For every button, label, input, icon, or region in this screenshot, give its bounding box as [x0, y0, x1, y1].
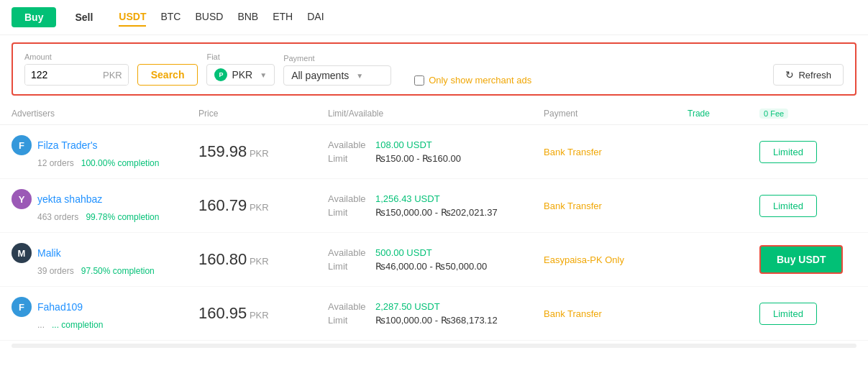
fiat-icon: P — [214, 68, 227, 81]
payment-cell: Bank Transfer — [544, 147, 687, 157]
scrollbar[interactable] — [12, 344, 856, 348]
trader-info: M Malik 39 orders 97.50% completion — [12, 243, 198, 276]
col-fee: 0 Fee — [759, 109, 831, 119]
table-row: M Malik 39 orders 97.50% completion 160.… — [0, 233, 868, 287]
avatar: F — [12, 297, 32, 317]
refresh-label: Refresh — [798, 70, 831, 81]
trade-action[interactable]: Limited — [759, 141, 860, 163]
payment-select[interactable]: All payments ▼ — [283, 65, 391, 86]
trader-top: Y yekta shahbaz — [12, 189, 198, 209]
sell-tab[interactable]: Sell — [62, 7, 106, 27]
fiat-chevron-icon: ▼ — [260, 71, 267, 79]
col-payment: Payment — [544, 109, 687, 119]
col-price: Price — [198, 109, 328, 119]
table-header: Advertisers Price Limit/Available Paymen… — [0, 103, 868, 125]
payment-cell: Bank Transfer — [544, 201, 687, 211]
price-cell: 159.98 PKR — [198, 142, 328, 161]
avatar: M — [12, 243, 32, 263]
payment-chevron-icon: ▼ — [356, 72, 363, 80]
trader-meta: 39 orders 97.50% completion — [37, 266, 198, 276]
trade-action[interactable]: Limited — [759, 195, 860, 217]
merchant-checkbox[interactable] — [414, 75, 424, 86]
trader-name[interactable]: Fahad109 — [37, 301, 83, 313]
col-trade: Trade — [687, 109, 759, 119]
payment-value: All payments — [291, 70, 349, 81]
trader-table: F Filza Trader's 12 orders 100.00% compl… — [0, 125, 868, 341]
payment-group: Payment All payments ▼ — [283, 54, 391, 86]
table-row: F Fahad109 ... ... completion 160.95 PKR… — [0, 287, 868, 341]
refresh-icon: ↻ — [785, 69, 794, 81]
limit-cell: Available 108.00 USDT Limit ₨150.00 - ₨1… — [328, 139, 544, 164]
buy-tab[interactable]: Buy — [12, 7, 56, 27]
col-limit: Limit/Available — [328, 109, 544, 119]
trade-action[interactable]: Limited — [759, 303, 860, 325]
trader-name[interactable]: yekta shahbaz — [37, 193, 102, 205]
trade-action[interactable]: Buy USDT — [759, 245, 860, 274]
price-cell: 160.80 PKR — [198, 250, 328, 269]
trader-meta: 12 orders 100.00% completion — [37, 158, 198, 168]
tab-usdt[interactable]: USDT — [119, 8, 146, 27]
payment-label: Payment — [283, 54, 391, 63]
trader-info: Y yekta shahbaz 463 orders 99.78% comple… — [12, 189, 198, 222]
price-cell: 160.79 PKR — [198, 196, 328, 215]
amount-group: Amount PKR — [24, 52, 129, 86]
payment-cell: Bank Transfer — [544, 308, 687, 319]
amount-currency-label: PKR — [97, 65, 128, 85]
trader-name[interactable]: Malik — [37, 247, 61, 259]
trader-name[interactable]: Filza Trader's — [37, 139, 98, 151]
col-advertisers: Advertisers — [12, 109, 198, 119]
currency-tabs: USDT BTC BUSD BNB ETH DAI — [119, 8, 324, 27]
tab-dai[interactable]: DAI — [307, 8, 324, 27]
top-bar: Buy Sell USDT BTC BUSD BNB ETH DAI — [0, 0, 868, 35]
merchant-filter: Only show merchant ads — [414, 75, 531, 86]
trader-top: M Malik — [12, 243, 198, 263]
tab-eth[interactable]: ETH — [273, 8, 293, 27]
trader-top: F Fahad109 — [12, 297, 198, 317]
trader-info: F Filza Trader's 12 orders 100.00% compl… — [12, 135, 198, 168]
table-row: Y yekta shahbaz 463 orders 99.78% comple… — [0, 179, 868, 233]
filter-bar: Amount PKR Search Fiat P PKR ▼ Payment A… — [12, 42, 856, 96]
trader-meta: ... ... completion — [37, 320, 198, 330]
merchant-label: Only show merchant ads — [429, 75, 531, 86]
trade-button[interactable]: Limited — [759, 195, 817, 217]
limit-cell: Available 1,256.43 USDT Limit ₨150,000.0… — [328, 193, 544, 218]
fiat-select[interactable]: P PKR ▼ — [206, 64, 275, 86]
limit-cell: Available 2,287.50 USDT Limit ₨100,000.0… — [328, 301, 544, 326]
fiat-label: Fiat — [206, 52, 275, 61]
limit-cell: Available 500.00 USDT Limit ₨46,000.00 -… — [328, 247, 544, 272]
tab-bnb[interactable]: BNB — [237, 8, 258, 27]
tab-btc[interactable]: BTC — [160, 8, 181, 27]
refresh-button[interactable]: ↻ Refresh — [773, 64, 844, 86]
amount-label: Amount — [24, 52, 129, 61]
trader-meta: 463 orders 99.78% completion — [37, 212, 198, 222]
trade-button[interactable]: Buy USDT — [759, 245, 843, 274]
amount-input[interactable] — [25, 65, 97, 85]
amount-input-wrap: PKR — [24, 64, 129, 86]
table-row: F Filza Trader's 12 orders 100.00% compl… — [0, 125, 868, 179]
trade-button[interactable]: Limited — [759, 141, 817, 163]
search-button[interactable]: Search — [137, 64, 198, 86]
fiat-value: PKR — [232, 69, 252, 81]
avatar: F — [12, 135, 32, 155]
trader-top: F Filza Trader's — [12, 135, 198, 155]
avatar: Y — [12, 189, 32, 209]
fiat-group: Fiat P PKR ▼ — [206, 52, 275, 86]
payment-cell: Easypaisa-PK Only — [544, 254, 687, 265]
tab-busd[interactable]: BUSD — [195, 8, 223, 27]
trader-info: F Fahad109 ... ... completion — [12, 297, 198, 330]
price-cell: 160.95 PKR — [198, 304, 328, 323]
trade-button[interactable]: Limited — [759, 303, 817, 325]
